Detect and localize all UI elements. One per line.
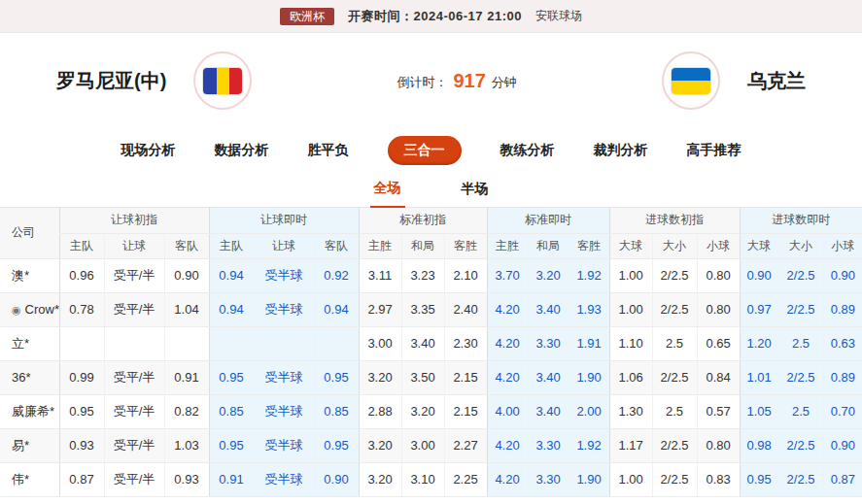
- company-name[interactable]: 澳*: [0, 258, 59, 292]
- odds-cell: 3.40: [401, 326, 444, 360]
- odds-cell: 0.87: [59, 462, 104, 496]
- odds-row: 伟*0.87受平/半0.930.91受半球0.903.203.102.254.2…: [0, 462, 862, 496]
- odds-cell: 0.82: [164, 394, 209, 428]
- company-name[interactable]: 36*: [0, 360, 59, 394]
- column-header: 让球: [104, 233, 164, 258]
- company-column-header: 公司: [0, 208, 59, 258]
- odds-cell: 2.00: [569, 394, 609, 428]
- odds-cell: [314, 326, 359, 360]
- odds-cell: 1.06: [609, 360, 652, 394]
- odds-cell: 2.30: [444, 326, 487, 360]
- nav-tab-4[interactable]: 三合一: [388, 136, 462, 165]
- odds-cell: 3.20: [528, 258, 569, 292]
- sub-tabs: 全场半场: [0, 173, 862, 208]
- odds-cell: 3.70: [487, 258, 528, 292]
- odds-cell: 0.80: [697, 292, 740, 326]
- odds-cell: 4.20: [487, 428, 528, 462]
- odds-cell: 1.91: [569, 326, 609, 360]
- countdown-value: 917: [453, 70, 485, 91]
- odds-cell: 3.50: [401, 360, 444, 394]
- odds-cell: 3.10: [401, 462, 444, 496]
- odds-cell: 2/2.5: [652, 360, 697, 394]
- odds-cell: 2.97: [359, 292, 401, 326]
- odds-cell: [254, 326, 314, 360]
- nav-tab-2[interactable]: 数据分析: [215, 142, 269, 159]
- home-team-name: 罗马尼亚(中): [56, 68, 166, 94]
- odds-cell: 2/2.5: [652, 462, 697, 496]
- column-header: 主胜: [359, 233, 401, 258]
- odds-cell: 0.89: [823, 292, 862, 326]
- odds-cell: 受半球: [254, 462, 314, 496]
- odds-row: 易*0.93受平/半1.030.95受半球0.953.203.002.274.2…: [0, 428, 862, 462]
- nav-tab-1[interactable]: 现场分析: [121, 142, 176, 159]
- odds-cell: 2/2.5: [778, 462, 823, 496]
- company-name[interactable]: 易*: [0, 428, 59, 462]
- odds-cell: 2/2.5: [778, 360, 823, 394]
- odds-cell: 0.90: [314, 462, 359, 496]
- odds-cell: 受半球: [254, 360, 314, 394]
- column-header: 和局: [528, 233, 569, 258]
- odds-cell: 3.20: [359, 360, 401, 394]
- away-team: 乌克兰: [662, 51, 806, 110]
- odds-row: 立*3.003.402.304.203.301.911.102.50.651.2…: [0, 326, 862, 360]
- odds-cell: 0.95: [59, 394, 104, 428]
- countdown-unit: 分钟: [492, 75, 517, 89]
- odds-cell: 3.30: [528, 462, 569, 496]
- odds-cell: 受半球: [254, 428, 314, 462]
- odds-cell: 0.84: [697, 360, 740, 394]
- odds-cell: 0.94: [314, 292, 359, 326]
- odds-cell: 0.85: [209, 394, 254, 428]
- odds-cell: 2.5: [652, 394, 697, 428]
- away-team-name: 乌克兰: [747, 68, 806, 94]
- odds-cell: 1.01: [740, 360, 778, 394]
- odds-cell: 0.92: [314, 258, 359, 292]
- column-header: 主队: [209, 233, 254, 258]
- odds-cell: [164, 326, 209, 360]
- odds-cell: 3.00: [401, 428, 444, 462]
- odds-cell: 0.90: [164, 258, 209, 292]
- odds-cell: 1.03: [164, 428, 209, 462]
- column-header: 主队: [59, 233, 104, 258]
- home-team: 罗马尼亚(中): [56, 51, 252, 110]
- odds-cell: 2.15: [444, 394, 487, 428]
- odds-cell: 3.20: [401, 394, 444, 428]
- odds-cell: 受半球: [254, 292, 314, 326]
- odds-cell: 0.94: [209, 258, 254, 292]
- odds-cell: 1.04: [164, 292, 209, 326]
- ukraine-flag-icon: [672, 68, 710, 94]
- sub-tab-1[interactable]: 全场: [370, 180, 405, 208]
- odds-cell: 2/2.5: [778, 258, 823, 292]
- odds-cell: 1.00: [609, 292, 652, 326]
- company-name[interactable]: 威廉希*: [0, 394, 59, 428]
- company-name[interactable]: ◉Crow*: [0, 292, 59, 326]
- odds-cell: 0.91: [209, 462, 254, 496]
- company-name[interactable]: 伟*: [0, 462, 59, 496]
- column-header: 客胜: [569, 233, 609, 258]
- home-flag-ring: [193, 51, 252, 110]
- odds-cell: 1.92: [569, 428, 609, 462]
- nav-tab-7[interactable]: 高手推荐: [687, 142, 741, 159]
- odds-cell: 3.20: [359, 462, 401, 496]
- nav-tab-5[interactable]: 教练分析: [500, 142, 555, 159]
- nav-tabs: 现场分析数据分析胜平负三合一教练分析裁判分析高手推荐: [0, 128, 862, 173]
- company-name[interactable]: 立*: [0, 326, 59, 360]
- odds-table: 公司让球初指让球即时标准初指标准即时进球数初指进球数即时 主队让球客队主队让球客…: [0, 208, 862, 497]
- odds-row: 36*0.99受平/半0.910.95受半球0.953.203.502.154.…: [0, 360, 862, 394]
- odds-cell: 3.30: [528, 326, 569, 360]
- nav-tab-3[interactable]: 胜平负: [308, 142, 349, 159]
- odds-cell: 4.00: [487, 394, 528, 428]
- odds-cell: 0.95: [209, 360, 254, 394]
- column-header: 主胜: [487, 233, 528, 258]
- odds-row: 澳*0.96受平/半0.900.94受半球0.923.113.232.103.7…: [0, 258, 862, 292]
- odds-cell: 2.5: [652, 326, 697, 360]
- nav-tab-6[interactable]: 裁判分析: [594, 142, 648, 159]
- odds-cell: 2/2.5: [652, 258, 697, 292]
- odds-cell: 0.70: [823, 394, 862, 428]
- odds-cell: 2.40: [444, 292, 487, 326]
- column-header: 大小: [652, 233, 697, 258]
- odds-cell: 2.15: [444, 360, 487, 394]
- odds-cell: 1.00: [609, 462, 652, 496]
- league-badge: 欧洲杯: [280, 8, 334, 25]
- sub-tab-2[interactable]: 半场: [458, 181, 493, 207]
- countdown: 倒计时：917分钟: [252, 70, 662, 92]
